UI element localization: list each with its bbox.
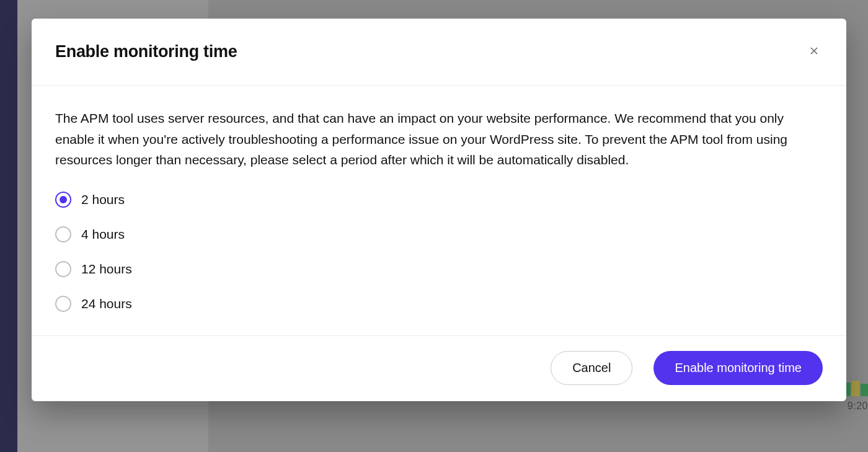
modal-description: The APM tool uses server resources, and … <box>55 108 823 171</box>
confirm-button[interactable]: Enable monitoring time <box>653 351 823 385</box>
modal-body: The APM tool uses server resources, and … <box>32 86 846 335</box>
radio-option-4h[interactable]: 4 hours <box>55 226 823 242</box>
modal-title: Enable monitoring time <box>55 42 237 61</box>
radio-indicator <box>55 192 71 208</box>
radio-label: 24 hours <box>81 296 132 311</box>
radio-indicator <box>55 261 71 277</box>
radio-option-24h[interactable]: 24 hours <box>55 296 823 312</box>
close-button[interactable] <box>805 42 823 60</box>
radio-label: 4 hours <box>81 227 125 242</box>
radio-dot-icon <box>60 196 67 203</box>
radio-indicator <box>55 296 71 312</box>
radio-label: 2 hours <box>81 192 125 207</box>
close-icon <box>808 45 820 57</box>
radio-option-2h[interactable]: 2 hours <box>55 192 823 208</box>
radio-option-12h[interactable]: 12 hours <box>55 261 823 277</box>
radio-indicator <box>55 226 71 242</box>
duration-radio-group: 2 hours 4 hours 12 hours 24 hours <box>55 192 823 312</box>
modal-header: Enable monitoring time <box>32 19 846 86</box>
modal-footer: Cancel Enable monitoring time <box>32 335 846 401</box>
cancel-button[interactable]: Cancel <box>551 351 632 385</box>
enable-monitoring-modal: Enable monitoring time The APM tool uses… <box>32 19 846 401</box>
radio-label: 12 hours <box>81 262 132 277</box>
